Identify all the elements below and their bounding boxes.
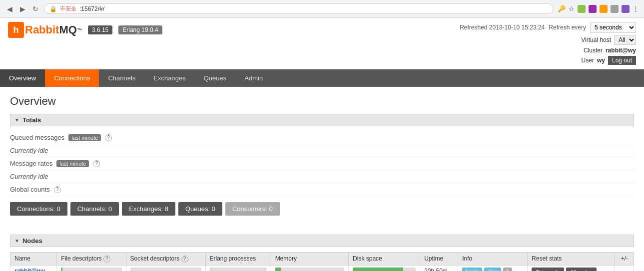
node-name-link[interactable]: rabbit@wy — [14, 268, 45, 271]
ext-swatch-3 — [600, 5, 608, 13]
message-rates-idle-text: Currently idle — [10, 173, 48, 180]
page-title: Overview — [10, 95, 634, 108]
socket-desc-help-icon[interactable]: ? — [181, 256, 188, 263]
plus-minus-cell — [615, 265, 634, 271]
global-counts-help-icon[interactable]: ? — [54, 186, 61, 193]
refresh-every-label: Refresh every — [549, 24, 586, 31]
logo-tm: ™ — [77, 27, 82, 33]
refreshed-text: Refreshed 2018-10-10 15:23:24 — [460, 24, 545, 31]
erlang-fill — [210, 268, 210, 271]
version-badge: 3.6.15 — [88, 25, 112, 34]
nodes-table: Name File descriptors ? Socket descripto… — [10, 252, 634, 271]
erlang-badge: Erlang 19.0.4 — [118, 25, 162, 34]
memory-progress: 61MB 736MB high watermark — [275, 268, 344, 271]
table-row: rabbit@wy 22 1024 available — [10, 265, 634, 271]
vhost-select[interactable]: All — [614, 35, 636, 45]
col-reset: Reset stats — [528, 253, 615, 266]
browser-chrome: ◀ ▶ ↻ 🔒 不安全 :15672/#/ 🔑 ☆ ⋮ — [0, 0, 644, 18]
totals-section-body: Queued messages last minute ? Currently … — [10, 126, 634, 227]
ext-swatch-4 — [611, 5, 619, 13]
refresh-row: Refreshed 2018-10-10 15:23:24 Refresh ev… — [460, 22, 636, 33]
socket-desc-progress: 0 829 available — [130, 268, 201, 271]
reset-all-nodes-button[interactable]: All nodes — [566, 268, 597, 271]
tab-exchanges[interactable]: Exchanges — [144, 69, 194, 87]
consumers-count-btn[interactable]: Consumers: 0 — [225, 202, 280, 216]
menu-icon[interactable]: ⋮ — [633, 5, 639, 12]
message-rates-label: Message rates — [10, 160, 52, 167]
cluster-value: rabbit@wy — [606, 47, 636, 54]
badge-num: 1 — [503, 268, 512, 271]
browser-toolbar: 🔑 ☆ ⋮ — [558, 5, 639, 13]
forward-button[interactable]: ▶ — [18, 4, 27, 13]
col-info: Info — [458, 253, 528, 266]
col-disk: Disk space — [349, 253, 420, 266]
logo-icon: h — [8, 22, 24, 38]
refresh-button[interactable]: ↻ — [31, 4, 40, 13]
nodes-section: ▼ Nodes Name File descriptors ? Socket d… — [10, 235, 634, 271]
connections-count-btn[interactable]: Connections: 0 — [10, 202, 67, 216]
address-bar[interactable]: 🔒 不安全 :15672/#/ — [44, 3, 554, 14]
tab-connections[interactable]: Connections — [45, 69, 99, 87]
uptime-cell: 20h 50m — [420, 265, 458, 271]
col-erlang: Erlang processes — [205, 253, 271, 266]
exchanges-count-btn[interactable]: Exchanges: 8 — [122, 202, 175, 216]
info-badges: basic disc 1 — [462, 268, 523, 271]
disk-fill — [353, 268, 403, 271]
tab-admin[interactable]: Admin — [235, 69, 272, 87]
ext-swatch-5 — [622, 5, 630, 13]
file-desc-bar — [61, 268, 121, 271]
counts-row: Connections: 0 Channels: 0 Exchanges: 8 … — [10, 202, 634, 216]
badge-disc: disc — [484, 268, 501, 271]
message-rates-idle-row: Currently idle — [10, 170, 634, 183]
totals-label: Totals — [22, 116, 41, 124]
node-name-cell: rabbit@wy — [10, 265, 57, 271]
app-header: h Rabbit MQ ™ 3.6.15 Erlang 19.0.4 Refre… — [0, 18, 644, 69]
col-uptime: Uptime — [420, 253, 458, 266]
back-button[interactable]: ◀ — [5, 4, 14, 13]
lock-icon: 🔒 — [49, 5, 57, 12]
file-desc-progress: 22 1024 available — [61, 268, 121, 271]
url-text: :15672/#/ — [79, 5, 104, 12]
insecure-label: 不安全 — [60, 5, 76, 12]
file-desc-fill — [61, 268, 62, 271]
socket-desc-bar — [130, 268, 201, 271]
vhost-label: Virtual host — [581, 36, 611, 43]
queued-idle-text: Currently idle — [10, 147, 48, 154]
memory-bar — [275, 268, 344, 271]
logout-button[interactable]: Log out — [608, 56, 636, 65]
col-memory: Memory — [271, 253, 348, 266]
ext-swatch-1 — [578, 5, 586, 13]
nav-tabs: Overview Connections Channels Exchanges … — [0, 69, 644, 87]
tab-queues[interactable]: Queues — [195, 69, 236, 87]
vhost-row: Virtual host All — [581, 35, 636, 45]
totals-arrow-icon: ▼ — [14, 117, 19, 123]
disk-bar — [353, 268, 416, 271]
queues-count-btn[interactable]: Queues: 0 — [178, 202, 222, 216]
user-label: User — [582, 57, 594, 64]
tab-overview[interactable]: Overview — [0, 69, 45, 87]
nodes-section-header[interactable]: ▼ Nodes — [10, 235, 634, 247]
reset-cell: This node All nodes — [528, 265, 615, 271]
queued-idle-row: Currently idle — [10, 144, 634, 157]
star-icon: ☆ — [569, 5, 575, 12]
header-right: Refreshed 2018-10-10 15:23:24 Refresh ev… — [460, 22, 636, 65]
user-value: wy — [597, 57, 605, 64]
queued-messages-badge: last minute — [68, 134, 101, 141]
cluster-row: Cluster rabbit@wy — [584, 47, 636, 54]
channels-count-btn[interactable]: Channels: 0 — [70, 202, 119, 216]
reset-buttons: This node All nodes — [532, 268, 611, 271]
message-rates-help-icon[interactable]: ? — [93, 160, 100, 167]
main-content: Overview ▼ Totals Queued messages last m… — [0, 87, 644, 271]
tab-channels[interactable]: Channels — [99, 69, 144, 87]
queued-messages-help-icon[interactable]: ? — [105, 134, 112, 141]
disk-progress: 34GB 48MB low watermark — [353, 268, 416, 271]
ext-swatch-2 — [589, 5, 597, 13]
file-desc-help-icon[interactable]: ? — [103, 256, 110, 263]
cluster-label: Cluster — [584, 47, 603, 54]
refresh-select[interactable]: 5 seconds 10 seconds 30 seconds 60 secon… — [590, 22, 636, 33]
col-socket-desc: Socket descriptors ? — [126, 253, 205, 266]
reset-this-node-button[interactable]: This node — [532, 268, 564, 271]
erlang-cell: 320 1048576 available — [205, 265, 271, 271]
totals-section-header[interactable]: ▼ Totals — [10, 114, 634, 126]
uptime-value: 20h 50m — [424, 268, 448, 271]
